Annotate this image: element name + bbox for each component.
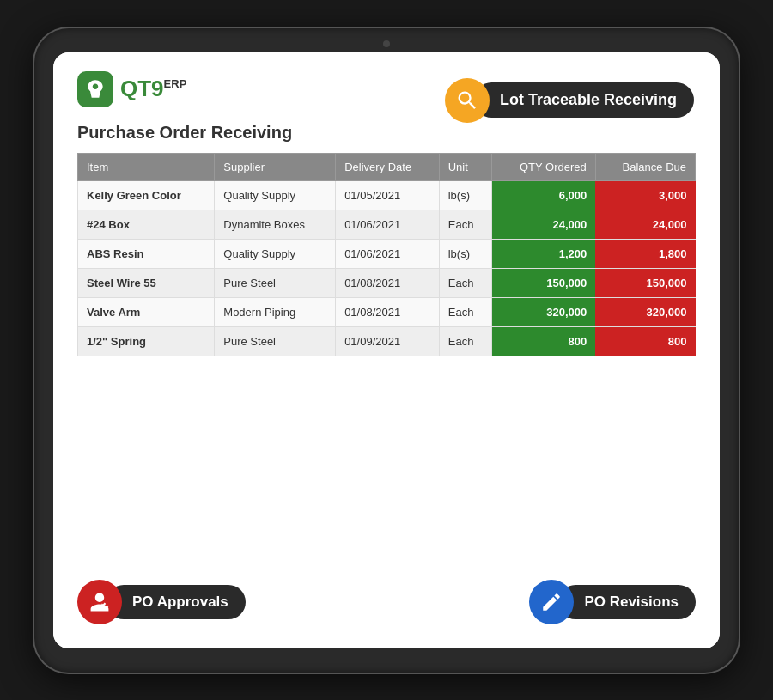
feature-badge: Lot Traceable Receiving <box>445 78 694 123</box>
cell-date: 01/06/2021 <box>336 239 440 268</box>
cell-supplier: Quality Supply <box>215 180 336 210</box>
logo-text: QT9ERP <box>120 76 186 102</box>
table-row: ABS Resin Quality Supply 01/06/2021 lb(s… <box>78 239 696 268</box>
cell-balance: 150,000 <box>595 268 695 297</box>
po-revisions-icon <box>529 580 574 624</box>
cell-balance: 24,000 <box>595 210 695 239</box>
page-title: Purchase Order Receiving <box>77 123 696 143</box>
col-header-date: Delivery Date <box>336 153 440 180</box>
po-approvals-badge[interactable]: PO Approvals <box>77 580 246 624</box>
table-row: 1/2" Spring Pure Steel 01/09/2021 Each 8… <box>78 326 696 356</box>
logo-erp: ERP <box>164 77 187 90</box>
cell-date: 01/08/2021 <box>336 297 440 326</box>
lot-traceable-icon <box>445 78 490 123</box>
table-row: Kelly Green Color Quality Supply 01/05/2… <box>78 180 696 210</box>
cell-qty: 24,000 <box>492 210 595 239</box>
tablet-screen: QT9ERP Lot Traceable Receiving Purchase … <box>53 52 720 648</box>
col-header-qty: QTY Ordered <box>492 153 595 180</box>
cell-item: #24 Box <box>78 210 215 239</box>
table-row: #24 Box Dynamite Boxes 01/06/2021 Each 2… <box>78 210 696 239</box>
cell-balance: 3,000 <box>595 180 695 210</box>
cell-balance: 800 <box>595 326 695 356</box>
cell-qty: 800 <box>492 326 595 356</box>
col-header-supplier: Supplier <box>215 153 336 180</box>
tablet-frame: QT9ERP Lot Traceable Receiving Purchase … <box>34 28 739 673</box>
col-header-unit: Unit <box>439 153 492 180</box>
table-row: Steel Wire 55 Pure Steel 01/08/2021 Each… <box>78 268 696 297</box>
feature-badge-label: Lot Traceable Receiving <box>474 82 694 118</box>
screen-content: QT9ERP Lot Traceable Receiving Purchase … <box>53 52 720 648</box>
cell-supplier: Dynamite Boxes <box>215 210 336 239</box>
cell-unit: lb(s) <box>439 180 492 210</box>
cell-item: ABS Resin <box>78 239 215 268</box>
cell-balance: 320,000 <box>595 297 695 326</box>
cell-date: 01/09/2021 <box>336 326 440 356</box>
cell-supplier: Modern Piping <box>215 297 336 326</box>
cell-item: Steel Wire 55 <box>78 268 215 297</box>
svg-rect-0 <box>93 94 99 96</box>
po-revisions-label: PO Revisions <box>558 585 696 619</box>
po-approvals-label: PO Approvals <box>107 585 246 619</box>
bottom-badges: PO Approvals PO Revisions <box>77 580 696 624</box>
po-approvals-icon <box>77 580 122 624</box>
table-row: Valve Arm Modern Piping 01/08/2021 Each … <box>78 297 696 326</box>
cell-balance: 1,800 <box>595 239 695 268</box>
cell-unit: Each <box>439 210 492 239</box>
cell-unit: Each <box>439 268 492 297</box>
cell-unit: lb(s) <box>439 239 492 268</box>
cell-supplier: Pure Steel <box>215 268 336 297</box>
cell-date: 01/08/2021 <box>336 268 440 297</box>
cell-qty: 150,000 <box>492 268 595 297</box>
cell-qty: 1,200 <box>492 239 595 268</box>
cell-unit: Each <box>439 326 492 356</box>
cell-qty: 320,000 <box>492 297 595 326</box>
cell-date: 01/06/2021 <box>336 210 440 239</box>
cell-supplier: Pure Steel <box>215 326 336 356</box>
col-header-balance: Balance Due <box>595 153 695 180</box>
logo-icon <box>77 71 113 107</box>
cell-supplier: Quality Supply <box>215 239 336 268</box>
cell-qty: 6,000 <box>492 180 595 210</box>
table-header-row: Item Supplier Delivery Date Unit QTY Ord… <box>78 153 696 180</box>
col-header-item: Item <box>78 153 215 180</box>
cell-unit: Each <box>439 297 492 326</box>
po-revisions-badge[interactable]: PO Revisions <box>529 580 696 624</box>
cell-item: 1/2" Spring <box>78 326 215 356</box>
cell-date: 01/05/2021 <box>336 180 440 210</box>
logo-qt9: QT9 <box>120 76 164 101</box>
po-table: Item Supplier Delivery Date Unit QTY Ord… <box>77 153 696 356</box>
cell-item: Kelly Green Color <box>78 180 215 210</box>
cell-item: Valve Arm <box>78 297 215 326</box>
